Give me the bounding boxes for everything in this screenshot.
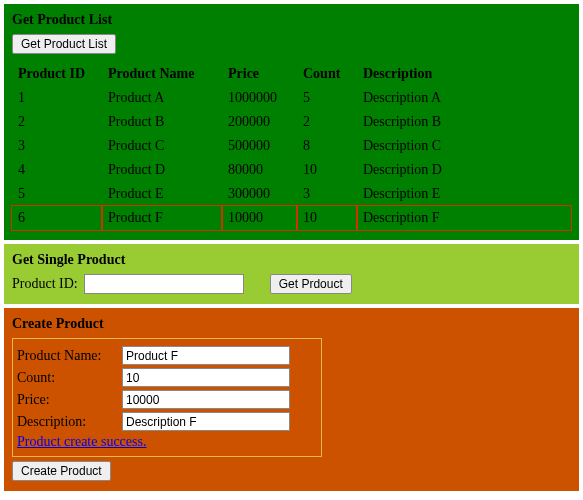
cell-name: Product E xyxy=(102,182,222,206)
cell-desc: Description C xyxy=(357,134,571,158)
cell-count: 8 xyxy=(297,134,357,158)
create-product-button[interactable]: Create Product xyxy=(12,461,111,481)
create-status-message: Product create success. xyxy=(17,434,317,450)
product-table: Product ID Product Name Price Count Desc… xyxy=(12,62,571,230)
get-single-product-heading: Get Single Product xyxy=(12,252,571,268)
cell-price: 300000 xyxy=(222,182,297,206)
cell-price: 500000 xyxy=(222,134,297,158)
cell-id: 3 xyxy=(12,134,102,158)
price-label: Price: xyxy=(17,392,122,408)
get-product-button[interactable]: Get Prdouct xyxy=(270,274,352,294)
cell-id: 6 xyxy=(12,206,102,230)
product-id-label: Product ID: xyxy=(12,276,78,292)
cell-id: 5 xyxy=(12,182,102,206)
cell-name: Product A xyxy=(102,86,222,110)
table-row[interactable]: 2Product B2000002Description B xyxy=(12,110,571,134)
cell-price: 10000 xyxy=(222,206,297,230)
get-product-list-panel: Get Product List Get Product List Produc… xyxy=(4,4,579,240)
cell-price: 200000 xyxy=(222,110,297,134)
cell-id: 4 xyxy=(12,158,102,182)
cell-id: 2 xyxy=(12,110,102,134)
table-row[interactable]: 5Product E3000003Description E xyxy=(12,182,571,206)
create-product-panel: Create Product Product Name: Count: Pric… xyxy=(4,308,579,491)
cell-desc: Description F xyxy=(357,206,571,230)
col-product-id: Product ID xyxy=(12,62,102,86)
cell-desc: Description E xyxy=(357,182,571,206)
table-row[interactable]: 3Product C5000008Description C xyxy=(12,134,571,158)
product-name-label: Product Name: xyxy=(17,348,122,364)
cell-count: 2 xyxy=(297,110,357,134)
cell-count: 10 xyxy=(297,206,357,230)
table-row[interactable]: 6Product F1000010Description F xyxy=(12,206,571,230)
cell-price: 1000000 xyxy=(222,86,297,110)
table-row[interactable]: 4Product D8000010Description D xyxy=(12,158,571,182)
table-header-row: Product ID Product Name Price Count Desc… xyxy=(12,62,571,86)
cell-count: 5 xyxy=(297,86,357,110)
cell-count: 10 xyxy=(297,158,357,182)
create-product-heading: Create Product xyxy=(12,316,571,332)
col-product-name: Product Name xyxy=(102,62,222,86)
price-input[interactable] xyxy=(122,390,290,409)
col-price: Price xyxy=(222,62,297,86)
table-row[interactable]: 1Product A10000005Description A xyxy=(12,86,571,110)
product-id-input[interactable] xyxy=(84,274,244,294)
description-label: Description: xyxy=(17,414,122,430)
cell-price: 80000 xyxy=(222,158,297,182)
create-product-form: Product Name: Count: Price: Description:… xyxy=(12,338,322,457)
get-product-list-button[interactable]: Get Product List xyxy=(12,34,116,54)
cell-id: 1 xyxy=(12,86,102,110)
cell-desc: Description A xyxy=(357,86,571,110)
count-input[interactable] xyxy=(122,368,290,387)
cell-desc: Description B xyxy=(357,110,571,134)
cell-name: Product C xyxy=(102,134,222,158)
get-single-product-panel: Get Single Product Product ID: Get Prdou… xyxy=(4,244,579,304)
cell-name: Product B xyxy=(102,110,222,134)
description-input[interactable] xyxy=(122,412,290,431)
count-label: Count: xyxy=(17,370,122,386)
col-description: Description xyxy=(357,62,571,86)
get-product-list-heading: Get Product List xyxy=(12,12,571,28)
cell-count: 3 xyxy=(297,182,357,206)
cell-name: Product D xyxy=(102,158,222,182)
col-count: Count xyxy=(297,62,357,86)
product-name-input[interactable] xyxy=(122,346,290,365)
cell-name: Product F xyxy=(102,206,222,230)
cell-desc: Description D xyxy=(357,158,571,182)
